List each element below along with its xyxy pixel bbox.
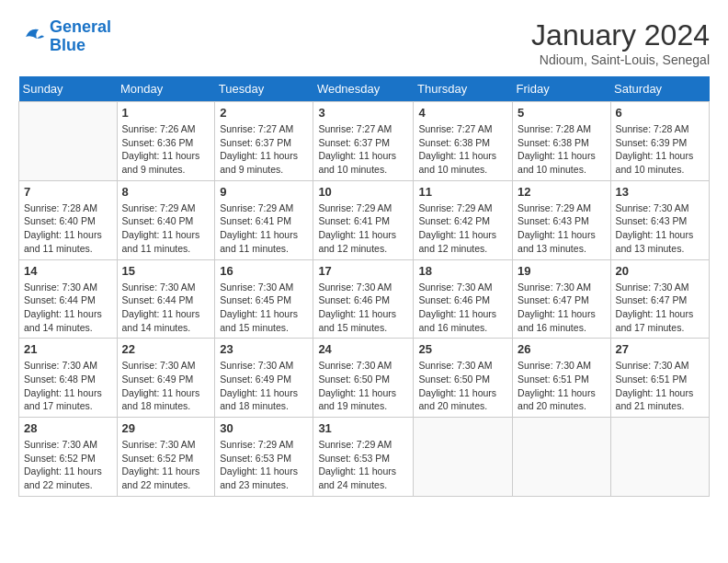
column-header-sunday: Sunday bbox=[19, 76, 118, 102]
calendar-cell: 2Sunrise: 7:27 AMSunset: 6:37 PMDaylight… bbox=[215, 102, 313, 181]
day-number: 5 bbox=[518, 106, 606, 120]
day-number: 12 bbox=[518, 185, 606, 199]
calendar-cell: 16Sunrise: 7:30 AMSunset: 6:45 PMDayligh… bbox=[215, 259, 313, 339]
calendar-cell: 17Sunrise: 7:30 AMSunset: 6:46 PMDayligh… bbox=[313, 259, 414, 339]
day-number: 10 bbox=[318, 185, 408, 199]
day-number: 16 bbox=[220, 264, 308, 278]
calendar-cell: 14Sunrise: 7:30 AMSunset: 6:44 PMDayligh… bbox=[19, 259, 118, 339]
day-info: Sunrise: 7:30 AMSunset: 6:48 PMDaylight:… bbox=[24, 359, 112, 413]
day-number: 29 bbox=[122, 421, 210, 435]
day-info: Sunrise: 7:30 AMSunset: 6:46 PMDaylight:… bbox=[318, 281, 408, 335]
day-info: Sunrise: 7:30 AMSunset: 6:49 PMDaylight:… bbox=[122, 359, 210, 413]
column-header-monday: Monday bbox=[117, 76, 215, 102]
calendar-week-2: 7Sunrise: 7:28 AMSunset: 6:40 PMDaylight… bbox=[19, 180, 710, 259]
calendar-cell: 29Sunrise: 7:30 AMSunset: 6:52 PMDayligh… bbox=[117, 418, 215, 497]
calendar-cell: 22Sunrise: 7:30 AMSunset: 6:49 PMDayligh… bbox=[117, 339, 215, 418]
day-info: Sunrise: 7:30 AMSunset: 6:47 PMDaylight:… bbox=[518, 281, 606, 335]
day-number: 27 bbox=[616, 342, 704, 356]
calendar-cell: 27Sunrise: 7:30 AMSunset: 6:51 PMDayligh… bbox=[610, 339, 709, 418]
day-info: Sunrise: 7:30 AMSunset: 6:52 PMDaylight:… bbox=[122, 438, 210, 492]
day-info: Sunrise: 7:30 AMSunset: 6:43 PMDaylight:… bbox=[616, 201, 704, 256]
calendar-cell: 10Sunrise: 7:29 AMSunset: 6:41 PMDayligh… bbox=[313, 180, 414, 259]
calendar-cell: 18Sunrise: 7:30 AMSunset: 6:46 PMDayligh… bbox=[414, 259, 513, 339]
day-number: 24 bbox=[318, 342, 408, 356]
day-info: Sunrise: 7:30 AMSunset: 6:44 PMDaylight:… bbox=[122, 281, 210, 335]
column-header-tuesday: Tuesday bbox=[215, 76, 313, 102]
calendar-cell bbox=[513, 418, 611, 497]
month-title: January 2024 bbox=[531, 18, 710, 52]
day-info: Sunrise: 7:29 AMSunset: 6:41 PMDaylight:… bbox=[220, 201, 308, 256]
calendar-cell: 25Sunrise: 7:30 AMSunset: 6:50 PMDayligh… bbox=[414, 339, 513, 418]
calendar-cell: 24Sunrise: 7:30 AMSunset: 6:50 PMDayligh… bbox=[313, 339, 414, 418]
day-number: 14 bbox=[24, 264, 112, 278]
day-info: Sunrise: 7:27 AMSunset: 6:37 PMDaylight:… bbox=[318, 122, 408, 177]
day-info: Sunrise: 7:30 AMSunset: 6:45 PMDaylight:… bbox=[220, 281, 308, 335]
day-info: Sunrise: 7:30 AMSunset: 6:52 PMDaylight:… bbox=[24, 438, 112, 492]
logo-text: GeneralBlue bbox=[50, 18, 111, 55]
calendar-week-4: 21Sunrise: 7:30 AMSunset: 6:48 PMDayligh… bbox=[19, 339, 710, 418]
calendar-cell: 20Sunrise: 7:30 AMSunset: 6:47 PMDayligh… bbox=[610, 259, 709, 339]
day-info: Sunrise: 7:27 AMSunset: 6:37 PMDaylight:… bbox=[220, 122, 308, 177]
calendar-cell: 1Sunrise: 7:26 AMSunset: 6:36 PMDaylight… bbox=[117, 102, 215, 181]
day-number: 19 bbox=[518, 264, 606, 278]
day-number: 9 bbox=[220, 185, 308, 199]
location-subtitle: Ndioum, Saint-Louis, Senegal bbox=[531, 52, 710, 67]
day-info: Sunrise: 7:26 AMSunset: 6:36 PMDaylight:… bbox=[122, 122, 210, 177]
calendar-cell: 11Sunrise: 7:29 AMSunset: 6:42 PMDayligh… bbox=[414, 180, 513, 259]
calendar-cell: 31Sunrise: 7:29 AMSunset: 6:53 PMDayligh… bbox=[313, 418, 414, 497]
day-info: Sunrise: 7:29 AMSunset: 6:53 PMDaylight:… bbox=[318, 438, 408, 492]
day-number: 4 bbox=[418, 106, 507, 120]
day-info: Sunrise: 7:29 AMSunset: 6:42 PMDaylight:… bbox=[418, 201, 507, 256]
day-info: Sunrise: 7:29 AMSunset: 6:53 PMDaylight:… bbox=[220, 438, 308, 492]
day-number: 28 bbox=[24, 421, 112, 435]
day-number: 1 bbox=[122, 106, 210, 120]
column-header-wednesday: Wednesday bbox=[313, 76, 414, 102]
day-info: Sunrise: 7:30 AMSunset: 6:50 PMDaylight:… bbox=[418, 359, 507, 413]
day-number: 3 bbox=[318, 106, 408, 120]
calendar-cell: 21Sunrise: 7:30 AMSunset: 6:48 PMDayligh… bbox=[19, 339, 118, 418]
calendar-table: SundayMondayTuesdayWednesdayThursdayFrid… bbox=[18, 76, 710, 497]
calendar-cell: 26Sunrise: 7:30 AMSunset: 6:51 PMDayligh… bbox=[513, 339, 611, 418]
day-number: 18 bbox=[418, 264, 507, 278]
calendar-cell: 19Sunrise: 7:30 AMSunset: 6:47 PMDayligh… bbox=[513, 259, 611, 339]
calendar-week-3: 14Sunrise: 7:30 AMSunset: 6:44 PMDayligh… bbox=[19, 259, 710, 339]
calendar-cell: 3Sunrise: 7:27 AMSunset: 6:37 PMDaylight… bbox=[313, 102, 414, 181]
title-block: January 2024 Ndioum, Saint-Louis, Senega… bbox=[531, 18, 710, 67]
day-info: Sunrise: 7:29 AMSunset: 6:40 PMDaylight:… bbox=[122, 201, 210, 256]
day-info: Sunrise: 7:28 AMSunset: 6:39 PMDaylight:… bbox=[616, 122, 704, 177]
day-number: 25 bbox=[418, 342, 507, 356]
day-number: 26 bbox=[518, 342, 606, 356]
day-number: 15 bbox=[122, 264, 210, 278]
page-header: GeneralBlue January 2024 Ndioum, Saint-L… bbox=[18, 18, 710, 67]
calendar-cell: 4Sunrise: 7:27 AMSunset: 6:38 PMDaylight… bbox=[414, 102, 513, 181]
day-number: 6 bbox=[616, 106, 704, 120]
day-info: Sunrise: 7:29 AMSunset: 6:41 PMDaylight:… bbox=[318, 201, 408, 256]
day-number: 8 bbox=[122, 185, 210, 199]
day-number: 20 bbox=[616, 264, 704, 278]
day-number: 11 bbox=[418, 185, 507, 199]
day-info: Sunrise: 7:30 AMSunset: 6:51 PMDaylight:… bbox=[518, 359, 606, 413]
day-info: Sunrise: 7:30 AMSunset: 6:51 PMDaylight:… bbox=[616, 359, 704, 413]
day-number: 2 bbox=[220, 106, 308, 120]
day-number: 17 bbox=[318, 264, 408, 278]
day-number: 7 bbox=[24, 185, 112, 199]
column-header-friday: Friday bbox=[513, 76, 611, 102]
calendar-cell bbox=[610, 418, 709, 497]
calendar-cell bbox=[414, 418, 513, 497]
calendar-cell: 5Sunrise: 7:28 AMSunset: 6:38 PMDaylight… bbox=[513, 102, 611, 181]
calendar-cell: 30Sunrise: 7:29 AMSunset: 6:53 PMDayligh… bbox=[215, 418, 313, 497]
logo-icon bbox=[18, 24, 46, 50]
calendar-cell: 13Sunrise: 7:30 AMSunset: 6:43 PMDayligh… bbox=[610, 180, 709, 259]
logo: GeneralBlue bbox=[18, 18, 111, 55]
day-number: 23 bbox=[220, 342, 308, 356]
day-info: Sunrise: 7:30 AMSunset: 6:44 PMDaylight:… bbox=[24, 281, 112, 335]
calendar-cell: 9Sunrise: 7:29 AMSunset: 6:41 PMDaylight… bbox=[215, 180, 313, 259]
day-info: Sunrise: 7:27 AMSunset: 6:38 PMDaylight:… bbox=[418, 122, 507, 177]
day-info: Sunrise: 7:29 AMSunset: 6:43 PMDaylight:… bbox=[518, 201, 606, 256]
calendar-cell: 8Sunrise: 7:29 AMSunset: 6:40 PMDaylight… bbox=[117, 180, 215, 259]
calendar-cell: 15Sunrise: 7:30 AMSunset: 6:44 PMDayligh… bbox=[117, 259, 215, 339]
day-number: 21 bbox=[24, 342, 112, 356]
column-header-saturday: Saturday bbox=[610, 76, 709, 102]
calendar-cell: 23Sunrise: 7:30 AMSunset: 6:49 PMDayligh… bbox=[215, 339, 313, 418]
calendar-cell: 28Sunrise: 7:30 AMSunset: 6:52 PMDayligh… bbox=[19, 418, 118, 497]
